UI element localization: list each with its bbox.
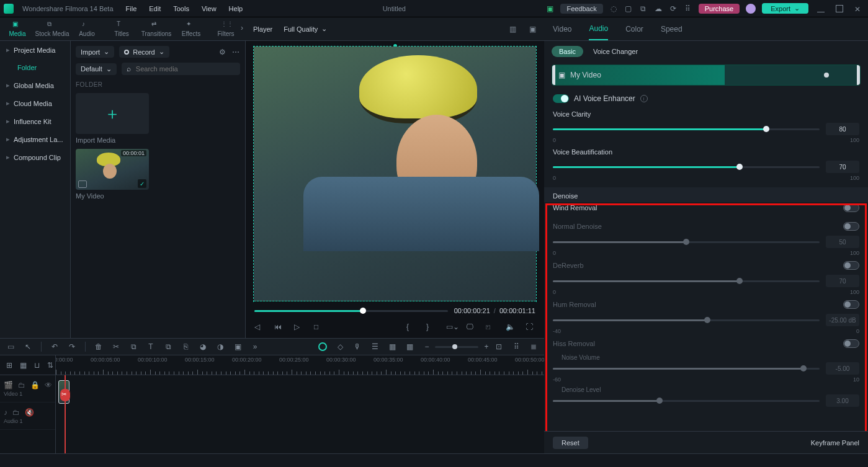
video-track-header[interactable]: 🎬🗀🔒👁 Video 1 [0,375,55,403]
zoom-fit-icon[interactable]: ⊡ [494,342,503,351]
display-button[interactable]: 🖵 [466,322,476,332]
text-icon[interactable]: T [146,342,155,351]
timeline-view-icon[interactable]: ⠿ [512,342,521,351]
feedback-button[interactable]: Feedback [560,4,602,14]
save-icon[interactable]: ⧉ [639,4,648,13]
track-group-icon[interactable]: ▦ [19,361,27,370]
search-input[interactable]: ⌕ [122,63,240,75]
tab-audio[interactable]: ♪Audio [69,17,104,41]
zoom-in-icon[interactable]: + [482,342,491,351]
noise-volume-slider[interactable] [553,368,820,370]
prev-frame-button[interactable]: ◁ [254,322,264,332]
lock-icon[interactable]: 🔒 [30,381,40,389]
more-tools-icon[interactable]: » [251,342,259,351]
eye-icon[interactable]: 👁 [45,381,52,389]
tab-video[interactable]: Video [553,19,571,40]
menu-file[interactable]: File [126,5,137,12]
sort-dropdown[interactable]: Default ⌄ [76,63,117,75]
dereverb-slider[interactable] [553,280,820,282]
export-frame-icon[interactable]: ▣ [233,342,242,351]
subtab-basic[interactable]: Basic [552,46,583,57]
sidebar-item-folder[interactable]: Folder [0,59,70,76]
apps-icon[interactable]: ⠿ [684,4,692,13]
cloud-icon[interactable]: ☁ [654,4,663,13]
more-icon[interactable]: ⋯ [231,48,240,56]
timeline-settings-icon[interactable]: ≣ [529,342,538,351]
audio-track-header[interactable]: ♪🗀🔇 Audio 1 [0,403,55,430]
window-minimize-icon[interactable] [817,5,825,12]
avatar[interactable] [746,4,756,14]
clip-handle-right[interactable] [857,65,860,85]
record-status-icon[interactable]: ◌ [609,4,618,13]
step-back-button[interactable]: ⏮ [274,322,284,332]
dereverb-toggle[interactable] [843,261,859,270]
sidebar-item-adjustment-layer[interactable]: ▸Adjustment La... [0,130,70,148]
player-tab[interactable]: Player [253,25,272,33]
mark-in-button[interactable]: { [406,322,416,332]
redo-icon[interactable]: ↷ [68,342,76,351]
zoom-out-icon[interactable]: − [423,342,431,351]
voice-clarity-value[interactable]: 80 [826,123,859,135]
split-icon[interactable]: ✂ [112,342,120,351]
sidebar-item-global-media[interactable]: ▸Global Media [0,76,70,94]
audio-clip-bar[interactable]: ▣ My Video [552,64,861,86]
magnet-icon[interactable]: ⊔ [32,361,41,370]
marker-icon[interactable]: ◇ [336,342,344,351]
crop-icon[interactable]: ⧉ [129,342,138,351]
menu-view[interactable]: View [202,5,217,12]
more-tabs-icon[interactable]: › [241,24,243,32]
sidebar-item-influence-kit[interactable]: ▸Influence Kit [0,112,70,130]
voice-beautification-slider[interactable] [553,166,820,168]
copy-icon[interactable]: ⧉ [164,342,172,351]
tab-color[interactable]: Color [625,19,643,40]
tab-filters[interactable]: ⋮⋮Filters [208,17,243,41]
history-icon[interactable]: ⟳ [669,4,678,13]
mixer-icon[interactable]: ☰ [370,342,379,351]
device-icon[interactable]: ▢ [624,4,633,13]
hum-removal-slider[interactable] [553,319,820,321]
stop-button[interactable]: □ [314,322,324,332]
denoise-level-slider[interactable] [553,400,820,402]
window-maximize-icon[interactable] [836,5,843,12]
tab-effects[interactable]: ✦Effects [174,17,208,41]
link-icon[interactable]: ⎘ [181,342,190,351]
record-dropdown[interactable]: Record ⌄ [119,46,169,58]
ai-voice-enhancer-toggle[interactable] [553,94,569,103]
render-indicator-icon[interactable] [318,342,327,351]
color-icon[interactable]: ◑ [216,342,225,351]
aspect-button[interactable]: ▭⌄ [446,322,456,332]
sidebar-item-project-media[interactable]: ▸Project Media [0,41,70,59]
speed-icon[interactable]: ◕ [199,342,207,351]
preview-canvas[interactable] [253,46,537,302]
delete-icon[interactable]: 🗑 [94,342,103,351]
quality-select[interactable]: Full Quality ⌄ [284,25,327,33]
select-tool-icon[interactable]: ▭ [6,342,15,351]
mute-icon[interactable]: 🔇 [25,408,34,417]
wind-removal-toggle[interactable] [843,203,859,212]
purchase-button[interactable]: Purchase [699,4,740,14]
snap-icon[interactable]: ▦ [405,342,414,351]
tab-speed[interactable]: Speed [661,19,682,40]
fullscreen-button[interactable]: ⛶ [526,322,535,332]
scrub-slider[interactable] [254,310,448,312]
clip-handle-left[interactable] [552,65,555,85]
layout-icon[interactable]: ▥ [508,25,517,33]
sidebar-item-compound-clip[interactable]: ▸Compound Clip [0,148,70,166]
subtab-voice-changer[interactable]: Voice Changer [593,48,638,55]
voice-clarity-slider[interactable] [553,128,820,130]
window-close-icon[interactable]: ✕ [854,5,862,12]
tab-audio-props[interactable]: Audio [589,18,608,40]
keyframe-panel-button[interactable]: Keyframe Panel [811,439,859,447]
voiceover-icon[interactable]: 🎙 [353,342,362,351]
picture-icon[interactable]: ▣ [528,25,537,33]
undo-icon[interactable]: ↶ [50,342,59,351]
info-icon[interactable]: i [640,95,648,102]
import-dropdown[interactable]: Import ⌄ [76,46,114,58]
menu-tools[interactable]: Tools [173,5,189,12]
playhead[interactable]: ✂ [65,375,66,453]
volume-button[interactable]: 🔈 [506,322,516,332]
tab-transitions[interactable]: ⇄Transitions [139,17,174,41]
sidebar-item-cloud-media[interactable]: ▸Cloud Media [0,94,70,112]
menu-edit[interactable]: Edit [149,5,161,12]
reset-button[interactable]: Reset [553,437,588,449]
